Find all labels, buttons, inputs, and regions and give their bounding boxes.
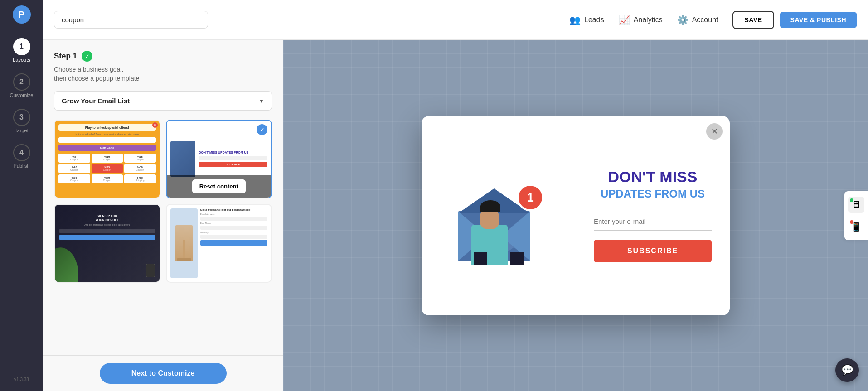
coupon-subtitle: Is it your lucky day? Type in your email… — [58, 133, 156, 135]
step-2-label: Customize — [10, 92, 34, 98]
step-title: Step 1 — [54, 52, 77, 61]
coupon-cell-3: %15Coupon — [124, 154, 156, 163]
subscribe-btn-preview: SUBSCRIBE — [199, 162, 268, 167]
coupon-cell-5: %25Coupon — [92, 164, 123, 173]
logo-icon: P — [19, 10, 24, 20]
search-input[interactable] — [54, 11, 208, 29]
nav-account[interactable]: ⚙️ Account — [677, 14, 718, 25]
popup-subscribe-button[interactable]: SUBSCRIBE — [594, 240, 712, 262]
coupon-cell-4: %20Coupon — [58, 164, 90, 173]
signup-leaf-decor — [55, 246, 82, 282]
reset-content-button[interactable]: Reset content — [192, 179, 246, 193]
nav-leads-label: Leads — [584, 16, 604, 24]
signup-heading: SIGN UP FORYOUR 30% OFF — [59, 214, 155, 222]
panel-inner: Step 1 ✓ Choose a business goal, then ch… — [43, 40, 283, 355]
coupon-header: Play to unlock special offers! — [58, 124, 156, 131]
signup-btn-preview — [59, 235, 155, 240]
template-signup[interactable]: SIGN UP FORYOUR 30% OFF And get immediat… — [54, 204, 160, 283]
product-title: Get a free sample of our best shampoo! — [200, 208, 268, 211]
step-2-circle: 2 — [13, 73, 30, 91]
popup-modal: ✕ — [422, 116, 730, 315]
nav-account-label: Account — [692, 16, 718, 24]
coupon-cell-6: %30Coupon — [124, 164, 156, 173]
mobile-inactive-dot — [850, 220, 853, 224]
step-4-circle: 4 — [13, 144, 30, 161]
signup-input-preview — [59, 229, 155, 233]
save-button[interactable]: SAVE — [732, 11, 774, 29]
chat-icon: 💬 — [841, 364, 853, 376]
chat-bubble-button[interactable]: 💬 — [835, 358, 859, 382]
nav-items: 👥 Leads 📈 Analytics ⚙️ Account — [569, 14, 718, 25]
step-4-label: Publish — [13, 163, 29, 169]
step-description: Choose a business goal, then choose a po… — [54, 65, 272, 83]
panel-bottom: Next to Customize — [43, 355, 283, 391]
person-leg-left — [474, 252, 487, 265]
popup-title: DON'T MISS — [594, 169, 712, 185]
reset-overlay: Reset content — [167, 175, 272, 198]
popup-close-button[interactable]: ✕ — [706, 123, 723, 140]
product-field-3 — [200, 235, 268, 239]
template-coupon[interactable]: ✕ Play to unlock special offers! Is it y… — [54, 120, 160, 198]
step-header: Step 1 ✓ — [54, 51, 272, 62]
account-icon: ⚙️ — [677, 14, 689, 25]
version-label: v1.3.38 — [14, 377, 29, 386]
product-field-1 — [200, 217, 268, 221]
popup-right: DON'T MISS UPDATES FROM US SUBSCRIBE — [576, 116, 730, 315]
sidebar: P 1 Layouts 2 Customize 3 Target 4 Publi… — [0, 0, 43, 391]
nav-leads[interactable]: 👥 Leads — [569, 14, 604, 25]
subscribe-input-preview — [199, 156, 268, 160]
signup-template-preview: SIGN UP FORYOUR 30% OFF And get immediat… — [55, 205, 160, 282]
product-btn-preview — [200, 240, 268, 246]
step-check-icon: ✓ — [82, 51, 92, 62]
coupon-cell-1: %5Coupon — [58, 154, 90, 163]
popup-illustration: 1 — [422, 116, 576, 315]
subscribe-img-preview — [170, 141, 195, 177]
coupon-cell-7: %35Coupon — [58, 174, 90, 183]
coupon-btn-preview: Start Game — [58, 145, 156, 151]
person-hair — [480, 200, 500, 212]
popup-email-input[interactable] — [594, 213, 712, 231]
sidebar-item-layouts[interactable]: 1 Layouts — [0, 34, 43, 66]
left-panel: Step 1 ✓ Choose a business goal, then ch… — [43, 40, 283, 391]
product-field-2 — [200, 226, 268, 230]
template-grid: ✕ Play to unlock special offers! Is it y… — [54, 120, 272, 292]
template-product[interactable]: Get a free sample of our best shampoo! E… — [166, 204, 272, 283]
sidebar-item-publish[interactable]: 4 Publish — [0, 140, 43, 172]
signup-subtext: And get immediate access to our latest o… — [59, 223, 155, 226]
sidebar-item-customize[interactable]: 2 Customize — [0, 70, 43, 101]
analytics-icon: 📈 — [619, 14, 630, 25]
person-leg-right — [510, 252, 524, 265]
coupon-grid: %5Coupon %10Coupon %15Coupon %20Coupon %… — [58, 154, 156, 183]
mobile-device-button[interactable]: 📱 — [848, 218, 864, 235]
nav-analytics[interactable]: 📈 Analytics — [619, 14, 663, 25]
step-3-circle: 3 — [13, 109, 30, 126]
next-to-customize-button[interactable]: Next to Customize — [100, 363, 227, 384]
step-1-label: Layouts — [13, 57, 30, 63]
step-1-circle: 1 — [13, 38, 30, 55]
desktop-active-dot — [850, 198, 853, 202]
nav-buttons: SAVE SAVE & PUBLISH — [732, 11, 857, 29]
coupon-input-preview — [58, 137, 156, 143]
coupon-cell-2: %10Coupon — [92, 154, 123, 163]
dropdown-value: Grow Your Email List — [62, 97, 130, 105]
subscribe-title-preview: DON'T MISS UPDATES FROM US — [199, 151, 268, 154]
signup-phone-icon — [146, 264, 155, 277]
coupon-close-icon: ✕ — [152, 122, 158, 128]
step-3-label: Target — [15, 128, 29, 133]
product-template-preview: Get a free sample of our best shampoo! E… — [167, 205, 272, 282]
chevron-down-icon: ▼ — [259, 98, 264, 104]
desktop-device-button[interactable]: 🖥 — [848, 197, 864, 213]
product-img — [170, 208, 198, 278]
email-illustration: 1 — [449, 166, 548, 265]
coupon-cell-9: FreeShipping — [124, 174, 156, 183]
subscribe-right: DON'T MISS UPDATES FROM US SUBSCRIBE — [199, 151, 268, 167]
business-goal-dropdown[interactable]: Grow Your Email List ▼ — [54, 91, 272, 111]
sidebar-item-target[interactable]: 3 Target — [0, 105, 43, 137]
app-logo[interactable]: P — [13, 5, 31, 24]
save-publish-button[interactable]: SAVE & PUBLISH — [780, 12, 857, 28]
content-area: Step 1 ✓ Choose a business goal, then ch… — [43, 40, 868, 391]
signup-text: SIGN UP FORYOUR 30% OFF And get immediat… — [59, 209, 155, 226]
template-subscribe[interactable]: DON'T MISS UPDATES FROM US SUBSCRIBE ✓ R… — [166, 120, 272, 198]
selected-check-icon: ✓ — [257, 124, 267, 135]
product-form-preview: Get a free sample of our best shampoo! E… — [200, 208, 268, 278]
